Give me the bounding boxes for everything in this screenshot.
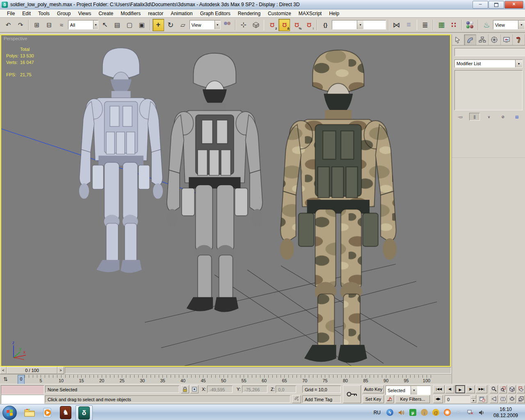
key-mode-toggle-icon[interactable]: ◀▶ <box>433 395 443 403</box>
play-icon[interactable]: ▶ <box>455 385 465 393</box>
remove-modifier-icon[interactable]: ⊘ <box>498 113 508 120</box>
start-button[interactable] <box>2 406 17 420</box>
maxscript-mini-listener-pink[interactable] <box>1 385 44 395</box>
restore-button[interactable] <box>488 1 504 9</box>
make-unique-icon[interactable]: ∨ <box>484 113 494 120</box>
layer-manager-icon[interactable]: ≣ <box>419 19 431 31</box>
spinner-snap-icon[interactable]: Ω↕ <box>303 19 315 31</box>
close-button[interactable]: × <box>504 1 523 9</box>
frame-spin-up-icon[interactable] <box>471 395 476 399</box>
y-coordinate-field[interactable]: -75,266 <box>242 386 267 393</box>
menu-item-file[interactable]: File <box>3 10 18 17</box>
maximize-viewport-icon[interactable] <box>517 395 525 403</box>
named-selection-sets-icon[interactable]: {} <box>320 19 331 31</box>
show-end-result-icon[interactable]: || <box>469 113 480 121</box>
select-and-move-icon[interactable]: + <box>153 19 164 31</box>
menu-item-views[interactable]: Views <box>74 10 95 17</box>
select-and-rotate-icon[interactable]: ↻ <box>165 19 176 31</box>
add-time-tag[interactable]: Add Time Tag <box>302 395 341 403</box>
menu-item-maxscript[interactable]: MAXScript <box>295 10 326 17</box>
current-frame-field[interactable]: 0 <box>445 395 470 403</box>
soldier-gray-textured[interactable] <box>167 53 262 312</box>
taskbar-media-player-button[interactable] <box>39 405 56 420</box>
select-link-icon[interactable]: ⊞ <box>31 19 43 31</box>
mail-agent-icon[interactable]: @ <box>432 409 439 416</box>
menu-item-group[interactable]: Group <box>53 10 74 17</box>
field-of-view-icon[interactable] <box>490 395 498 403</box>
snap-toggle-icon[interactable]: Ω2 <box>266 19 278 31</box>
open-mini-curve-editor-icon[interactable]: ⇅ <box>3 376 8 382</box>
redo-icon[interactable]: ↷ <box>15 19 26 31</box>
network-status-icon[interactable]: ✕ <box>467 409 474 416</box>
bind-spacewarp-icon[interactable]: ≈ <box>56 19 67 31</box>
select-object-icon[interactable]: ↖ <box>99 19 111 31</box>
time-slider-value[interactable]: 0 / 100 <box>7 367 57 374</box>
previous-key-icon[interactable]: ◀| <box>445 385 454 393</box>
utorrent-icon[interactable]: µ <box>409 409 416 416</box>
track-bar[interactable]: ⇅ 05101520253035404550556065707580859095… <box>0 374 451 384</box>
tab-modify[interactable] <box>464 34 477 45</box>
time-slider-track[interactable] <box>65 367 451 374</box>
menu-item-tools[interactable]: Tools <box>34 10 53 17</box>
arc-rotate-icon[interactable] <box>508 395 516 403</box>
taskbar-red-app-button[interactable]: ♞ <box>57 405 74 420</box>
menu-item-modifiers[interactable]: Modifiers <box>117 10 144 17</box>
menu-item-create[interactable]: Create <box>95 10 117 17</box>
tab-create[interactable] <box>452 34 464 45</box>
go-to-end-icon[interactable]: ▶▶| <box>476 385 487 393</box>
tab-motion[interactable] <box>488 34 501 45</box>
align-icon[interactable]: ≡ <box>403 19 415 31</box>
auto-key-button[interactable]: Auto Key <box>363 385 384 393</box>
punto-switcher-icon[interactable] <box>444 409 451 416</box>
menu-item-graph-editors[interactable]: Graph Editors <box>196 10 234 17</box>
keyboard-shortcut-toggle-icon[interactable] <box>250 19 262 31</box>
object-name-field[interactable] <box>454 48 525 56</box>
menu-item-customize[interactable]: Customize <box>264 10 295 17</box>
reference-coordinate-dropdown[interactable]: View ▼ <box>189 20 221 30</box>
unlink-icon[interactable]: ⊟ <box>43 19 55 31</box>
frame-spin-down-icon[interactable]: ▼ <box>471 399 476 403</box>
taskbar-clock[interactable]: 16:10 08.12.2009 <box>490 406 522 419</box>
current-frame-marker[interactable]: 0 <box>18 375 25 384</box>
action-center-flag-icon[interactable]: ⚐ <box>455 409 462 416</box>
menu-item-edit[interactable]: Edit <box>18 10 34 17</box>
download-master-icon[interactable]: ↓ <box>421 409 428 416</box>
percent-snap-icon[interactable]: Ω% <box>291 19 302 31</box>
angle-snap-icon[interactable]: Ω∆ <box>278 19 290 31</box>
audio-manager-icon[interactable] <box>398 409 405 416</box>
material-editor-icon[interactable] <box>464 19 476 31</box>
menu-item-rendering[interactable]: Rendering <box>234 10 264 17</box>
window-titlebar[interactable]: δ soldier_low_poly_mesh.max - Project Fo… <box>0 0 525 9</box>
undo-icon[interactable]: ↶ <box>2 19 14 31</box>
zoom-all-icon[interactable] <box>499 385 507 393</box>
volume-icon[interactable] <box>478 409 485 416</box>
menu-item-help[interactable]: Help <box>325 10 343 17</box>
named-selection-dropdown[interactable]: ▼ <box>332 20 386 30</box>
time-configuration-icon[interactable] <box>477 395 487 403</box>
zoom-extents-all-icon[interactable] <box>517 385 525 393</box>
pan-hand-icon[interactable] <box>499 395 507 403</box>
absolute-mode-icon[interactable] <box>190 385 199 393</box>
modifier-list-dropdown[interactable]: Modifier List ▼ <box>454 59 523 68</box>
window-crossing-icon[interactable]: ▣ <box>136 19 148 31</box>
taskbar-3dsmax-button[interactable]: δ <box>75 405 93 420</box>
taskbar-explorer-button[interactable] <box>21 405 38 420</box>
render-setup-icon[interactable]: ♨ <box>481 19 492 31</box>
schematic-view-icon[interactable]: ∷ <box>448 19 459 31</box>
communicate-icon[interactable] <box>292 395 301 403</box>
selection-filter-dropdown[interactable]: All ▼ <box>68 20 98 30</box>
default-tangent-icon[interactable] <box>386 395 394 403</box>
key-filters-button[interactable]: Key Filters... <box>395 395 430 403</box>
mirror-icon[interactable]: ⋈ <box>391 19 402 31</box>
x-coordinate-field[interactable]: -49,595 <box>207 386 233 393</box>
daemon-tools-icon[interactable]: ϟ <box>386 409 393 416</box>
pin-stack-icon[interactable]: -▭ <box>455 113 465 120</box>
use-pivot-center-icon[interactable] <box>221 19 233 31</box>
go-to-start-icon[interactable]: |◀◀ <box>433 385 445 393</box>
zoom-extents-icon[interactable] <box>508 385 516 393</box>
modifier-stack-list[interactable] <box>454 70 523 110</box>
tab-hierarchy[interactable] <box>476 34 488 45</box>
menu-item-animation[interactable]: Animation <box>167 10 196 17</box>
configure-modifier-sets-icon[interactable]: ▤ <box>512 113 522 120</box>
tab-display[interactable] <box>501 34 513 45</box>
